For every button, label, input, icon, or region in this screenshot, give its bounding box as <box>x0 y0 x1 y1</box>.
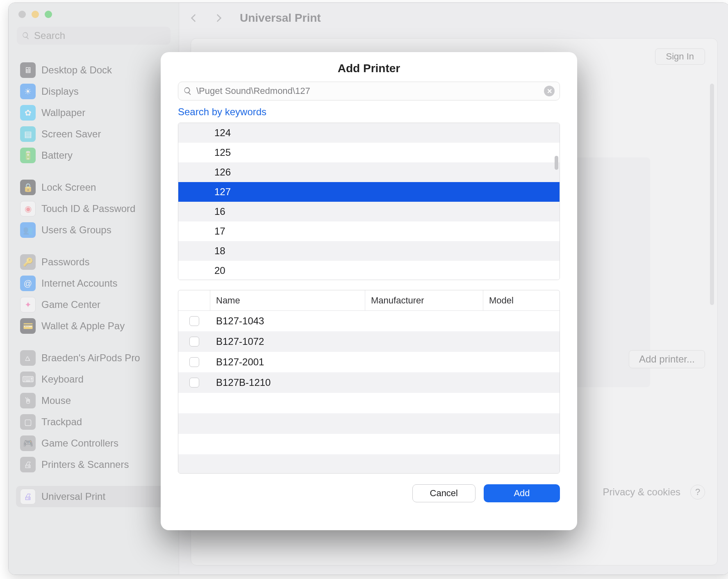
sidebar-item-icon: 💳 <box>20 318 36 334</box>
add-printer-dialog: Add Printer ✕ Search by keywords 1241251… <box>161 52 577 530</box>
content-scrollbar[interactable] <box>710 84 714 305</box>
location-item[interactable]: 20 <box>178 261 560 280</box>
printer-row <box>178 454 560 474</box>
sidebar-item[interactable]: 🖱Mouse <box>16 390 171 411</box>
clear-search-button[interactable]: ✕ <box>544 86 555 96</box>
sidebar-item-label: Game Controllers <box>41 438 118 449</box>
sidebar-item[interactable]: 🔋Battery <box>16 145 171 166</box>
location-item[interactable]: 16 <box>178 202 560 221</box>
column-manufacturer[interactable]: Manufacturer <box>365 290 483 310</box>
sidebar-item-icon: ⌨ <box>20 372 36 387</box>
sidebar-item-label: Displays <box>41 86 79 97</box>
sidebar-item-icon: 🔋 <box>20 148 36 163</box>
printer-checkbox[interactable] <box>189 357 199 367</box>
sidebar-item[interactable]: 🖥Desktop & Dock <box>16 59 171 81</box>
printer-search-input[interactable] <box>196 86 544 96</box>
sidebar-item-label: Passwords <box>41 256 89 268</box>
settings-window: 🖥Desktop & Dock☀Displays✿Wallpaper▤Scree… <box>8 2 728 575</box>
printer-checkbox[interactable] <box>189 316 199 326</box>
search-icon <box>22 31 30 40</box>
location-list: 12412512612716171820 <box>178 123 560 280</box>
sidebar-item-label: Trackpad <box>41 416 82 428</box>
sidebar-item-label: Lock Screen <box>41 182 96 193</box>
sidebar-item-icon: 🔑 <box>20 254 36 270</box>
sidebar-item[interactable]: ◉Touch ID & Password <box>16 198 171 219</box>
help-button[interactable]: ? <box>690 485 705 499</box>
sidebar-search-input[interactable] <box>34 30 166 41</box>
sidebar-item[interactable]: 🖨Printers & Scanners <box>16 454 171 475</box>
printer-checkbox[interactable] <box>189 378 199 388</box>
printer-checkbox[interactable] <box>189 337 199 346</box>
column-model[interactable]: Model <box>483 290 560 310</box>
nav-back-button[interactable] <box>187 11 200 25</box>
location-item[interactable]: 125 <box>178 143 560 162</box>
sidebar-item-icon: ◉ <box>20 201 36 217</box>
location-item[interactable]: 18 <box>178 241 560 261</box>
location-item[interactable]: 124 <box>178 123 560 143</box>
sidebar-item-label: Touch ID & Password <box>41 203 135 214</box>
printer-row[interactable]: B127-1072 <box>178 331 560 352</box>
printer-row <box>178 434 560 454</box>
sidebar-item[interactable]: ⌨Keyboard <box>16 369 171 390</box>
search-by-keywords-link[interactable]: Search by keywords <box>178 106 560 118</box>
sidebar-item[interactable]: 🔑Passwords <box>16 251 171 273</box>
signin-button[interactable]: Sign In <box>655 48 705 65</box>
location-item[interactable]: 126 <box>178 162 560 182</box>
nav-forward-button[interactable] <box>212 11 225 25</box>
sidebar-item-label: Mouse <box>41 395 71 406</box>
title-bar: Universal Print <box>179 3 728 33</box>
sidebar-item[interactable]: 🔒Lock Screen <box>16 177 171 198</box>
privacy-link[interactable]: Privacy & cookies <box>603 486 680 498</box>
sidebar-item-icon: ☀ <box>20 84 36 99</box>
printer-name: B127-1043 <box>210 315 365 327</box>
location-item[interactable]: 17 <box>178 221 560 241</box>
window-zoom-button[interactable] <box>45 11 52 18</box>
printer-search[interactable]: ✕ <box>178 82 560 100</box>
printer-row <box>178 393 560 413</box>
sidebar-item[interactable]: 🎮Game Controllers <box>16 433 171 454</box>
window-controls <box>9 6 179 23</box>
sidebar-item[interactable]: @Internet Accounts <box>16 273 171 294</box>
printer-row[interactable]: B127-1043 <box>178 311 560 331</box>
sidebar-item-label: Printers & Scanners <box>41 459 129 470</box>
location-item[interactable]: 127 <box>178 182 560 202</box>
sidebar-item-icon: 👥 <box>20 222 36 238</box>
sidebar-item[interactable]: 🜂Braeden's AirPods Pro <box>16 347 171 369</box>
sidebar-item-label: Universal Print <box>41 491 105 502</box>
page-title: Universal Print <box>240 11 321 25</box>
window-close-button[interactable] <box>18 11 26 18</box>
sidebar-item[interactable]: ▤Screen Saver <box>16 123 171 145</box>
sidebar-item-icon: ▢ <box>20 414 36 430</box>
sidebar-item-label: Wallpaper <box>41 107 85 119</box>
sidebar-item-icon: 🖨 <box>20 457 36 472</box>
add-button[interactable]: Add <box>484 484 560 502</box>
sidebar-item[interactable]: ✿Wallpaper <box>16 102 171 123</box>
sidebar-item-label: Wallet & Apple Pay <box>41 320 125 332</box>
sidebar-item[interactable]: 💳Wallet & Apple Pay <box>16 315 171 337</box>
sidebar-item-universal-print[interactable]: 🖨Universal Print <box>16 486 171 507</box>
printer-row[interactable]: B127-2001 <box>178 352 560 372</box>
sidebar-item[interactable]: ▢Trackpad <box>16 411 171 433</box>
location-list-scrollbar[interactable] <box>555 156 558 170</box>
add-printer-button[interactable]: Add printer... <box>629 350 705 368</box>
sidebar-item-icon: 🖨 <box>20 489 36 504</box>
sidebar-item-label: Keyboard <box>41 374 84 385</box>
sidebar-item-label: Screen Saver <box>41 128 101 140</box>
sidebar-item-icon: ▤ <box>20 126 36 142</box>
printer-table-header: Name Manufacturer Model <box>178 290 560 311</box>
column-name[interactable]: Name <box>210 290 365 310</box>
printer-name: B127-1072 <box>210 336 365 347</box>
sidebar: 🖥Desktop & Dock☀Displays✿Wallpaper▤Scree… <box>9 3 179 574</box>
sidebar-search[interactable] <box>17 27 171 45</box>
cancel-button[interactable]: Cancel <box>412 484 475 502</box>
sidebar-item-label: Desktop & Dock <box>41 64 112 76</box>
sidebar-item[interactable]: ☀Displays <box>16 81 171 102</box>
sidebar-item-icon: ✿ <box>20 105 36 121</box>
printer-row[interactable]: B127B-1210 <box>178 372 560 393</box>
sidebar-item[interactable]: ✦Game Center <box>16 294 171 315</box>
sidebar-item-label: Battery <box>41 150 73 161</box>
sidebar-item[interactable]: 👥Users & Groups <box>16 219 171 241</box>
sidebar-item-label: Internet Accounts <box>41 278 117 289</box>
window-minimize-button[interactable] <box>32 11 39 18</box>
sidebar-item-icon: 🖱 <box>20 393 36 408</box>
